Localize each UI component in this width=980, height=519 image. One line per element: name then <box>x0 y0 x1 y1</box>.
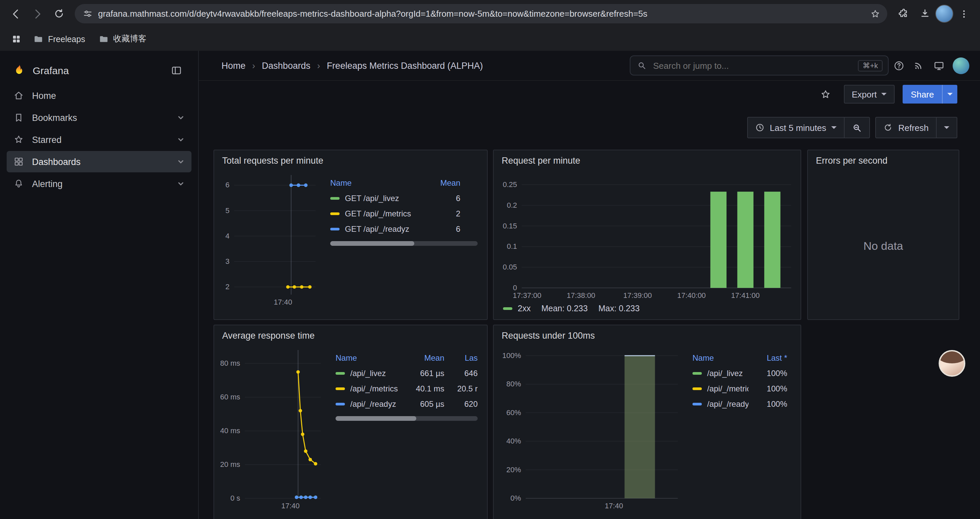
legend-col-name[interactable]: Name <box>330 178 426 187</box>
series-name[interactable]: GET /api/_/metrics <box>345 209 411 218</box>
browser-menu-icon[interactable] <box>953 3 975 24</box>
series-name[interactable]: /api/_livez <box>350 368 386 378</box>
svg-text:0: 0 <box>513 284 517 292</box>
series-name[interactable]: GET /api/_livez <box>345 193 399 203</box>
downloads-button[interactable] <box>914 3 935 24</box>
series-mean: 6 <box>426 193 478 203</box>
sidebar-item-home[interactable]: Home <box>7 85 191 106</box>
chevron-down-icon[interactable] <box>177 180 185 188</box>
share-button[interactable]: Share <box>903 85 942 104</box>
panel-request-per-minute: Request per minute 00.050.10.150.20.2517… <box>493 150 801 320</box>
svg-text:4: 4 <box>226 232 229 240</box>
total-requests-chart[interactable]: 2345617:40 <box>220 168 321 308</box>
svg-text:17:40: 17:40 <box>605 501 623 510</box>
legend-col-last[interactable]: Last * <box>749 353 791 363</box>
svg-text:3: 3 <box>226 257 229 265</box>
sidebar-item-starred[interactable]: Starred <box>7 129 191 150</box>
url-bar[interactable]: grafana.mathmast.com/d/deytv4rwavabkb/fr… <box>75 4 887 23</box>
time-range-picker[interactable]: Last 5 minutes <box>748 118 844 137</box>
panel-title[interactable]: Requests under 100ms <box>494 325 800 343</box>
panel-title[interactable]: Request per minute <box>494 150 800 168</box>
svg-text:20%: 20% <box>506 466 521 474</box>
zoom-out-button[interactable] <box>844 118 870 137</box>
apps-grid-icon[interactable] <box>7 30 25 48</box>
bookmark-folder-freeleaps[interactable]: Freeleaps <box>28 31 91 47</box>
legend-col-name[interactable]: Name <box>336 353 402 363</box>
panel-title[interactable]: Average response time <box>214 325 487 343</box>
chevron-down-icon[interactable] <box>177 158 185 166</box>
grafana-user-avatar[interactable] <box>953 57 969 74</box>
favorite-star-icon[interactable] <box>816 84 835 104</box>
svg-text:17:37:00: 17:37:00 <box>513 291 541 300</box>
refresh-label: Refresh <box>898 123 929 133</box>
search-box[interactable]: ⌘+k <box>630 56 889 75</box>
dock-sidebar-icon[interactable] <box>166 60 186 80</box>
export-button[interactable]: Export <box>843 85 895 104</box>
rss-icon[interactable] <box>908 56 929 75</box>
legend-scrollbar[interactable] <box>330 241 478 246</box>
breadcrumb-dashboards[interactable]: Dashboards <box>262 61 310 70</box>
search-input[interactable] <box>652 60 858 71</box>
series-mean: 661 µs <box>402 368 444 378</box>
reload-button[interactable] <box>48 3 69 24</box>
sidebar-item-alerting[interactable]: Alerting <box>7 173 191 194</box>
url-text[interactable]: grafana.mathmast.com/d/deytv4rwavabkb/fr… <box>98 9 870 19</box>
svg-text:17:39:00: 17:39:00 <box>624 291 652 300</box>
grafana-header: Home Dashboards Freeleaps Metrics Dashbo… <box>199 51 980 81</box>
site-settings-icon[interactable] <box>83 9 93 19</box>
legend-col-last[interactable]: Las <box>444 353 478 363</box>
forward-button[interactable] <box>27 3 48 24</box>
browser-profile-avatar[interactable] <box>935 5 953 23</box>
share-menu-button[interactable] <box>942 85 957 104</box>
sidebar-item-label: Home <box>32 91 56 101</box>
series-name[interactable]: /api/_/readyz <box>350 399 396 409</box>
avg-response-time-chart[interactable]: 0 s20 ms40 ms60 ms80 ms17:40 <box>220 343 326 512</box>
sidebar-item-bookmarks[interactable]: Bookmarks <box>7 107 191 128</box>
svg-text:40 ms: 40 ms <box>220 426 240 435</box>
bookmark-star-icon[interactable] <box>870 8 881 19</box>
scrollbar-thumb[interactable] <box>336 416 417 421</box>
series-swatch-green <box>330 197 340 200</box>
breadcrumb-separator <box>317 61 320 70</box>
floating-assistant-avatar[interactable] <box>939 350 965 377</box>
monitor-icon[interactable] <box>929 56 949 75</box>
extensions-icon[interactable] <box>892 3 914 24</box>
grafana-logo-icon[interactable] <box>12 63 26 77</box>
sidebar-item-label: Starred <box>32 134 62 145</box>
sidebar-item-dashboards[interactable]: Dashboards <box>7 151 191 172</box>
bookmark-folder-blogs[interactable]: 收藏博客 <box>93 31 152 48</box>
series-name[interactable]: /api/_/metrics <box>707 384 749 393</box>
series-swatch-yellow <box>330 212 340 215</box>
request-per-minute-chart[interactable]: 00.050.10.150.20.2517:37:0017:38:0017:39… <box>499 173 797 301</box>
panel-legend: 2xx Mean: 0.233 Max: 0.233 <box>503 304 640 313</box>
legend-scrollbar[interactable] <box>336 416 478 421</box>
legend-col-mean[interactable]: Mean <box>426 178 478 187</box>
series-name[interactable]: /api/_/readyz <box>707 399 749 409</box>
panel-title[interactable]: Total requests per minute <box>214 150 487 168</box>
legend-col-name[interactable]: Name <box>692 353 749 363</box>
panel-title[interactable]: Errors per second <box>808 150 959 168</box>
refresh-button[interactable]: Refresh <box>876 118 936 137</box>
star-icon <box>13 134 24 145</box>
legend-series-2xx[interactable]: 2xx <box>503 304 531 313</box>
requests-under-100ms-chart[interactable]: 0%20%40%60%80%100%17:40 <box>499 343 683 512</box>
legend-col-mean[interactable]: Mean <box>402 353 444 363</box>
back-button[interactable] <box>5 3 27 24</box>
legend-row: GET /api/_/readyz 6 <box>330 221 478 236</box>
series-name[interactable]: /api/_livez <box>707 368 743 378</box>
svg-text:20 ms: 20 ms <box>220 460 240 469</box>
refresh-interval-button[interactable] <box>936 118 957 137</box>
help-icon[interactable] <box>889 56 908 75</box>
breadcrumb-home[interactable]: Home <box>221 61 245 70</box>
chevron-down-icon[interactable] <box>177 113 185 121</box>
scrollbar-thumb[interactable] <box>330 241 414 246</box>
chevron-down-icon[interactable] <box>177 136 185 144</box>
clock-icon <box>755 123 765 132</box>
legend-row: /api/_livez 100% <box>692 366 791 381</box>
svg-text:0 s: 0 s <box>231 494 240 502</box>
series-name[interactable]: /api/_/metrics <box>350 384 398 393</box>
panel-avg-response-time: Average response time 0 s20 ms40 ms60 ms… <box>213 325 488 519</box>
legend-table: Name Last * /api/_livez 100% /api/_/metr… <box>683 343 794 519</box>
refresh-icon <box>884 123 893 132</box>
series-name[interactable]: GET /api/_/readyz <box>345 224 409 233</box>
